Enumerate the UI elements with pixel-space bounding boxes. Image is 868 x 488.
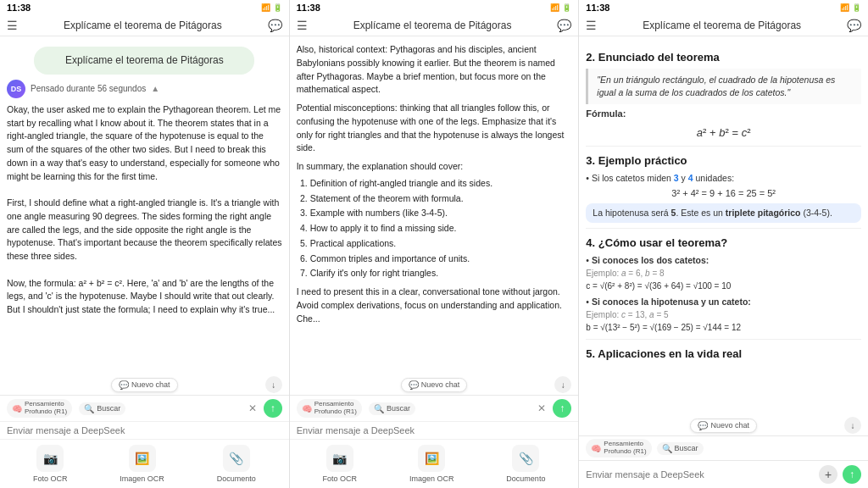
thinking-options-1: 🧠 PensamientoProfundo (R1) 🔍 Buscar ✕ ↑ (0, 396, 289, 421)
header-title-2: Explícame el teorema de Pitágoras (313, 19, 553, 31)
documento-label-2: Documento (506, 474, 545, 483)
divider-3 (586, 339, 861, 340)
chat-area-1[interactable]: Explícame el teorema de Pitágoras DS Pen… (0, 36, 289, 374)
header-title-3: Explícame el teorema de Pitágoras (602, 19, 842, 31)
panel3-options: 🧠 PensamientoProfundo (R1) 🔍 Buscar (579, 436, 868, 460)
brain-icon-2: 🧠 (302, 404, 312, 413)
input-row-1 (0, 421, 289, 439)
message-content-2: Also, historical context: Pythagoras and… (297, 43, 572, 325)
para-2: Potential misconceptions: thinking that … (297, 102, 572, 155)
documento-2[interactable]: 📎 Documento (506, 445, 545, 483)
summary-list-2: Definition of right-angled triangle and … (297, 177, 572, 280)
hamburger-icon-3[interactable]: ☰ (586, 19, 597, 32)
status-bar-1: 11:38 📶 🔋 (0, 0, 289, 15)
new-chat-badge-3[interactable]: 💬 Nuevo chat (690, 419, 757, 433)
status-bar-2: 11:38 📶 🔋 (290, 0, 579, 15)
status-bar-3: 11:38 📶 🔋 (579, 0, 868, 15)
chat-area-2[interactable]: Also, historical context: Pythagoras and… (290, 36, 579, 374)
panel-3: 11:38 📶 🔋 ☰ Explícame el teorema de Pitá… (579, 0, 868, 488)
scroll-down-btn-3[interactable]: ↓ (844, 417, 861, 434)
thinking-bar-1: DS Pensado durante 56 segundos ▲ (7, 80, 282, 98)
formula-box-3: a² + b² = c² (586, 125, 861, 141)
foto-ocr-label-2: Foto OCR (323, 474, 358, 483)
documento-label-1: Documento (217, 474, 256, 483)
calc-1: 3² + 4² = 9 + 16 = 25 = 5² (586, 187, 861, 200)
new-chat-badge-1[interactable]: 💬 Nuevo chat (111, 378, 178, 392)
status-icons-1: 📶 🔋 (261, 3, 282, 12)
send-btn-3[interactable]: ↑ (843, 465, 861, 484)
search-option-3[interactable]: 🔍 Buscar (657, 442, 704, 455)
section-3: 3. Ejemplo práctico • Si los catetos mid… (586, 153, 861, 223)
imagen-ocr-1[interactable]: 🖼️ Imagen OCR (120, 445, 164, 483)
triplete-box: La hipotenusa será 5. Este es un triplet… (586, 203, 861, 223)
foto-ocr-1[interactable]: 📷 Foto OCR (33, 445, 68, 483)
close-btn-1[interactable]: ✕ (248, 402, 257, 414)
action-icons-2: 📷 Foto OCR 🖼️ Imagen OCR 📎 Documento (290, 439, 579, 488)
camera-icon-2: 📷 (326, 445, 353, 472)
doc-icon-2: 📎 (512, 445, 539, 472)
section-5-title: 5. Aplicaciones en la vida real (586, 347, 861, 362)
hamburger-icon-1[interactable]: ☰ (7, 19, 18, 32)
action-icons-1: 📷 Foto OCR 🖼️ Imagen OCR 📎 Documento (0, 439, 289, 488)
section-2-title: 2. Enunciado del teorema (586, 50, 861, 65)
para-1: Also, historical context: Pythagoras and… (297, 43, 572, 97)
header-1: ☰ Explícame el teorema de Pitágoras 💬 (0, 15, 289, 36)
imagen-ocr-2[interactable]: 🖼️ Imagen OCR (409, 445, 454, 483)
message-text-1: Okay, the user asked me to explain the P… (7, 103, 282, 317)
header-3: ☰ Explícame el teorema de Pitágoras 💬 (579, 15, 868, 36)
deep-think-label-2: PensamientoProfundo (R1) (314, 401, 357, 416)
send-btn-2[interactable]: ↑ (553, 399, 571, 418)
search-option-1[interactable]: 🔍 Buscar (79, 402, 125, 415)
chat-input-1[interactable] (7, 425, 282, 435)
send-btn-1[interactable]: ↑ (264, 399, 282, 418)
closing-text-2: I need to present this in a clear, conve… (297, 286, 572, 325)
chat-area-3[interactable]: 2. Enunciado del teorema "En un triángul… (579, 36, 868, 415)
badge-row-2: 💬 Nuevo chat ↓ (290, 374, 579, 395)
close-btn-2[interactable]: ✕ (537, 402, 546, 414)
search-option-2[interactable]: 🔍 Buscar (369, 402, 415, 415)
hamburger-icon-2[interactable]: ☰ (297, 19, 308, 32)
brain-icon-3: 🧠 (591, 444, 601, 453)
para-3: In summary, the explanation should cover… (297, 160, 572, 174)
chat-input-3[interactable] (586, 469, 814, 480)
deep-think-label-1: PensamientoProfundo (R1) (25, 401, 67, 416)
hipotenusa-item: • Si conoces la hipotenusa y un cateto: … (586, 296, 861, 334)
divider-1 (586, 146, 861, 147)
chat-icon-2[interactable]: 💬 (557, 19, 571, 32)
list-item-3: Example with numbers (like 3-4-5). (310, 207, 572, 220)
chat-icon-3[interactable]: 💬 (847, 19, 861, 32)
deep-think-option-2[interactable]: 🧠 PensamientoProfundo (R1) (297, 399, 362, 418)
header-2: ☰ Explícame el teorema de Pitágoras 💬 (290, 15, 579, 36)
documento-1[interactable]: 📎 Documento (217, 445, 256, 483)
section-5: 5. Aplicaciones en la vida real (586, 347, 861, 362)
bottom-bar-2: 🧠 PensamientoProfundo (R1) 🔍 Buscar ✕ ↑ … (290, 395, 579, 488)
scroll-down-btn-2[interactable]: ↓ (554, 376, 571, 393)
example-item-1: • Si los catetos miden 3 y 4 unidades: (586, 172, 861, 185)
time-1: 11:38 (7, 3, 31, 13)
new-chat-badge-2[interactable]: 💬 Nuevo chat (401, 378, 468, 392)
image-icon-1: 🖼️ (129, 445, 156, 472)
foto-ocr-label-1: Foto OCR (33, 474, 68, 483)
bubble-icon-2: 💬 (409, 380, 419, 390)
doc-icon-1: 📎 (223, 445, 250, 472)
badge-row-3: 💬 Nuevo chat ↓ (579, 415, 868, 435)
chat-input-2[interactable] (297, 425, 572, 435)
foto-ocr-2[interactable]: 📷 Foto OCR (323, 445, 358, 483)
bubble-icon-3: 💬 (698, 421, 708, 430)
chat-icon-1[interactable]: 💬 (268, 19, 282, 32)
bottom-bar-3: 🧠 PensamientoProfundo (R1) 🔍 Buscar + ↑ (579, 435, 868, 488)
chevron-up-icon-1[interactable]: ▲ (151, 83, 159, 95)
panel3-input-row: + ↑ (579, 460, 868, 488)
search-label-3: Buscar (675, 444, 698, 452)
image-icon-2: 🖼️ (418, 445, 445, 472)
section-4-title: 4. ¿Cómo usar el teorema? (586, 236, 861, 251)
scroll-down-btn-1[interactable]: ↓ (265, 376, 282, 393)
bubble-icon-1: 💬 (119, 380, 129, 390)
prompt-bubble-1: Explícame el teorema de Pitágoras (34, 47, 254, 75)
deep-think-option-3[interactable]: 🧠 PensamientoProfundo (R1) (586, 439, 651, 458)
panel-1: 11:38 📶 🔋 ☰ Explícame el teorema de Pitá… (0, 0, 290, 488)
list-item-5: Practical applications. (310, 237, 572, 251)
deep-think-option-1[interactable]: 🧠 PensamientoProfundo (R1) (7, 399, 72, 418)
add-btn-3[interactable]: + (819, 465, 837, 484)
badge-row-1: 💬 Nuevo chat ↓ (0, 374, 289, 395)
